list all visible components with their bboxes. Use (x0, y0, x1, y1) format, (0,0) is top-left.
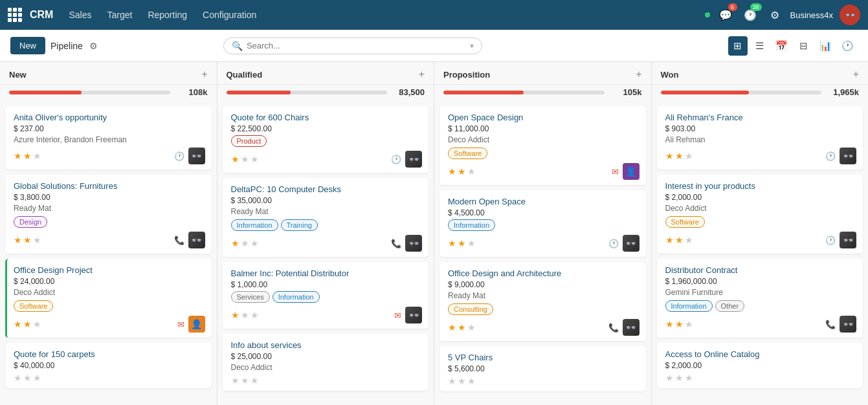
star-2[interactable]: ★ (458, 238, 466, 248)
star-1[interactable]: ★ (448, 322, 456, 333)
star-1[interactable]: ★ (448, 238, 456, 248)
tag-software: Software (665, 216, 705, 228)
col-add-proposition[interactable]: + (636, 69, 641, 80)
star-3[interactable]: ★ (33, 319, 41, 329)
card-company: Deco Addict (448, 135, 640, 144)
star-1[interactable]: ★ (14, 319, 22, 329)
new-button[interactable]: New (10, 37, 45, 54)
star-2[interactable]: ★ (241, 375, 249, 386)
star-2[interactable]: ★ (23, 235, 32, 245)
star-2[interactable]: ★ (675, 373, 684, 383)
kanban-card[interactable]: Balmer Inc: Potential Distributor $ 1,00… (223, 262, 429, 329)
view-bar[interactable]: 📊 (816, 36, 836, 56)
kanban-card[interactable]: Quote for 600 Chairs $ 22,500.00 Product… (223, 106, 429, 173)
search-input[interactable] (247, 41, 467, 50)
star-1[interactable]: ★ (665, 235, 674, 245)
star-1[interactable]: ★ (231, 310, 239, 320)
star-2[interactable]: ★ (458, 166, 466, 177)
star-2[interactable]: ★ (23, 151, 32, 161)
kanban-card[interactable]: Open Space Design $ 11,000.00 Deco Addic… (440, 106, 646, 185)
star-1[interactable]: ★ (665, 373, 674, 383)
kanban-card[interactable]: Access to Online Catalog $ 2,000.00 ★★★ (657, 343, 863, 388)
star-1[interactable]: ★ (14, 373, 22, 383)
view-calendar[interactable]: 📅 (772, 36, 792, 56)
star-2[interactable]: ★ (458, 322, 466, 333)
view-clock[interactable]: 🕐 (838, 36, 858, 56)
view-list[interactable]: ☰ (750, 36, 770, 56)
star-3[interactable]: ★ (250, 310, 259, 320)
view-kanban[interactable]: ⊞ (728, 36, 748, 56)
kanban-card[interactable]: Interest in your products $ 2,000.00 Dec… (657, 175, 863, 254)
star-2[interactable]: ★ (675, 235, 684, 245)
card-company: Deco Addict (14, 288, 205, 297)
nav-reporting[interactable]: Reporting (142, 7, 192, 23)
star-2[interactable]: ★ (675, 151, 684, 161)
star-2[interactable]: ★ (241, 154, 249, 164)
star-3[interactable]: ★ (685, 373, 693, 383)
star-3[interactable]: ★ (33, 373, 41, 383)
kanban-card[interactable]: Modern Open Space $ 4,500.00 Information… (440, 190, 646, 257)
nav-target[interactable]: Target (102, 7, 137, 23)
col-title-won: Won (661, 70, 679, 80)
kanban-card[interactable]: Office Design and Architecture $ 9,000.0… (440, 262, 646, 341)
user-avatar[interactable]: 👓 (840, 5, 860, 25)
star-3[interactable]: ★ (685, 235, 693, 245)
star-2[interactable]: ★ (675, 319, 684, 329)
star-1[interactable]: ★ (448, 166, 456, 177)
star-2[interactable]: ★ (241, 310, 249, 320)
kanban-card[interactable]: Anita Oliver's opportunity $ 237.00 Azur… (5, 106, 212, 170)
kanban-card[interactable]: Quote for 150 carpets $ 40,000.00 ★★★ (5, 343, 212, 388)
search-dropdown-arrow[interactable]: ▾ (470, 41, 474, 50)
star-2[interactable]: ★ (458, 376, 466, 386)
progress-bar-qualified (227, 91, 388, 94)
star-1[interactable]: ★ (665, 151, 674, 161)
kanban-card[interactable]: Global Solutions: Furnitures $ 3,800.00 … (5, 175, 212, 254)
star-3[interactable]: ★ (250, 154, 259, 164)
kanban-card[interactable]: DeltaPC: 10 Computer Desks $ 35,000.00 R… (223, 178, 429, 257)
star-3[interactable]: ★ (467, 238, 476, 248)
nav-sales[interactable]: Sales (63, 7, 96, 23)
card-footer: ★★★ ✉ 👤 (448, 163, 640, 180)
star-2[interactable]: ★ (23, 319, 32, 329)
col-progress-won: 1,965k (652, 85, 869, 101)
col-add-qualified[interactable]: + (419, 69, 425, 80)
kanban-card[interactable]: Info about services $ 25,000.00 Deco Add… (223, 334, 429, 391)
star-3[interactable]: ★ (33, 235, 41, 245)
star-3[interactable]: ★ (685, 319, 693, 329)
view-pivot[interactable]: ⊟ (794, 36, 814, 56)
star-3[interactable]: ★ (33, 151, 41, 161)
card-stars: ★★★ (14, 373, 41, 383)
star-1[interactable]: ★ (231, 238, 239, 248)
col-add-won[interactable]: + (853, 69, 859, 80)
col-amount-proposition: 105k (610, 87, 642, 97)
apps-menu[interactable] (8, 8, 22, 22)
star-2[interactable]: ★ (241, 238, 249, 248)
star-3[interactable]: ★ (467, 322, 476, 333)
star-1[interactable]: ★ (14, 151, 22, 161)
star-2[interactable]: ★ (23, 373, 32, 383)
kanban-card[interactable]: Office Design Project $ 24,000.00 Deco A… (5, 259, 212, 338)
card-actions: 🕐 👓 (174, 148, 205, 164)
nav-configuration[interactable]: Configuration (197, 7, 262, 23)
star-3[interactable]: ★ (467, 376, 476, 386)
star-3[interactable]: ★ (250, 375, 259, 386)
star-3[interactable]: ★ (685, 151, 693, 161)
tag-training: Training (281, 219, 318, 231)
clock-button[interactable]: 🕐 38 (741, 6, 759, 24)
star-1[interactable]: ★ (665, 319, 674, 329)
star-3[interactable]: ★ (250, 238, 259, 248)
kanban-card[interactable]: Ali Rehman's France $ 903.00 Ali Rehman … (657, 106, 863, 170)
star-1[interactable]: ★ (448, 376, 456, 386)
col-add-new[interactable]: + (201, 69, 207, 80)
star-3[interactable]: ★ (467, 166, 476, 177)
star-1[interactable]: ★ (231, 154, 239, 164)
settings-people-button[interactable]: ⚙ (766, 6, 784, 24)
phone-icon: 📞 (174, 235, 184, 245)
star-1[interactable]: ★ (14, 235, 22, 245)
pipeline-settings-icon[interactable]: ⚙ (89, 41, 98, 51)
star-1[interactable]: ★ (231, 375, 239, 386)
kanban-card[interactable]: Distributor Contract $ 1,960,000.00 Gemi… (657, 259, 863, 338)
kanban-card[interactable]: 5 VP Chairs $ 5,600.00 ★★★ (440, 346, 646, 391)
card-actions: ✉ 👓 (394, 307, 422, 323)
chat-button[interactable]: 💬 6 (717, 6, 735, 24)
